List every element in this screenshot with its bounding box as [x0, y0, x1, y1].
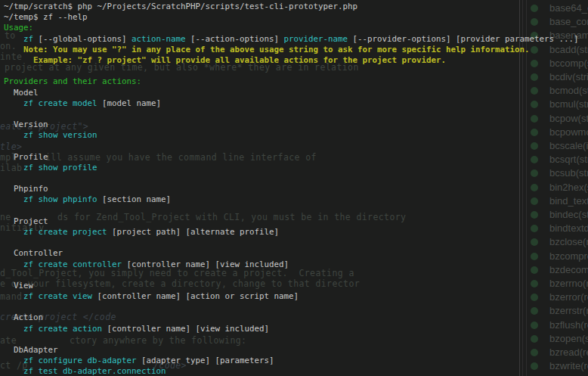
- terminal-text-segment: zf create action: [23, 324, 102, 334]
- terminal-text-segment: [adapter type] [parameters]: [137, 356, 274, 365]
- screen: toon.inteproject at any given time, but …: [0, 0, 588, 376]
- terminal-line: [0, 173, 588, 184]
- terminal-line: [0, 141, 588, 151]
- terminal-line: Action: [0, 312, 588, 323]
- terminal-line: zf create view [controller name] [action…: [0, 291, 588, 302]
- terminal-text-segment: zf show version: [23, 130, 97, 140]
- terminal-text-segment: View: [4, 281, 33, 291]
- terminal-text-segment: [4, 366, 23, 376]
- terminal-line: zf show phpinfo [section name]: [0, 194, 588, 205]
- terminal-line: Project: [0, 216, 588, 227]
- terminal-text-segment: [4, 291, 23, 301]
- terminal-text-segment: [--global-options]: [33, 34, 132, 44]
- terminal-line: Profile: [0, 152, 588, 163]
- terminal-text-segment: [controller name] [action or script name…: [92, 291, 299, 301]
- terminal-text-segment: [project path] [alternate profile]: [107, 227, 280, 237]
- terminal-text-segment: Providers and their actions:: [4, 76, 141, 86]
- terminal-text-segment: Project: [4, 216, 48, 226]
- terminal-text-segment: action-name: [132, 34, 186, 44]
- terminal-text-segment: zf create view: [23, 291, 92, 301]
- terminal-line: zf create project [project path] [altern…: [0, 227, 588, 238]
- terminal-line: Model: [0, 88, 588, 98]
- terminal-text-segment: Controller: [4, 248, 63, 258]
- terminal-text-segment: Usage:: [4, 23, 33, 33]
- terminal-text-segment: [section name]: [97, 194, 172, 204]
- terminal-line: [0, 334, 588, 345]
- terminal-text-segment: [4, 324, 23, 334]
- terminal-text-segment: zf test db-adapter.connection: [23, 366, 166, 376]
- terminal-text-segment: zf show profile: [23, 163, 97, 172]
- terminal-line: zf [--global-options] action-name [--act…: [0, 34, 588, 45]
- terminal-text-segment: Note: You may use "?" in any place of th…: [4, 45, 530, 54]
- terminal-text-segment: [4, 34, 23, 44]
- terminal-text-segment: zf create project: [23, 227, 107, 237]
- terminal-text-segment: Profile: [4, 152, 48, 162]
- terminal-line: Controller: [0, 248, 588, 259]
- terminal-text-segment: zf create controller: [23, 259, 122, 269]
- terminal-line: [0, 109, 588, 120]
- terminal-text-segment: [--provider-options] [provider parameter…: [348, 34, 579, 44]
- terminal-text-segment: [4, 259, 23, 269]
- terminal-line: zf configure db-adapter [adapter type] […: [0, 356, 588, 366]
- terminal-text-segment: provider-name: [284, 34, 348, 44]
- terminal-text-segment: Example: "zf ? project" will provide all…: [4, 55, 446, 65]
- terminal-line: [0, 270, 588, 281]
- terminal-line: ~/temp$ zf --help: [0, 12, 588, 23]
- terminal-line: zf create model [model name]: [0, 98, 588, 109]
- terminal-line: Example: "zf ? project" will provide all…: [0, 55, 588, 66]
- terminal-line: zf show version: [0, 130, 588, 141]
- terminal-text-segment: [4, 227, 23, 237]
- terminal-line: Note: You may use "?" in any place of th…: [0, 45, 588, 55]
- terminal-text-segment: [4, 130, 23, 140]
- terminal-line: [0, 238, 588, 248]
- terminal-text-segment: Action: [4, 312, 43, 322]
- terminal-text-segment: zf: [23, 34, 33, 44]
- terminal-line: zf show profile: [0, 163, 588, 173]
- terminal-line: Providers and their actions:: [0, 76, 588, 87]
- terminal-text-segment: ~/tmp/scratch$ php ~/Projects/ScratchPHP…: [4, 2, 357, 11]
- terminal-line: zf create action [controller name] [view…: [0, 324, 588, 334]
- terminal-text-segment: [4, 98, 23, 108]
- terminal-line: zf test db-adapter.connection: [0, 366, 588, 376]
- terminal-text-segment: zf show phpinfo: [23, 194, 97, 204]
- terminal-text-segment: [4, 163, 23, 172]
- terminal-line: ~/tmp/scratch$ php ~/Projects/ScratchPHP…: [0, 2, 588, 12]
- terminal-line: Usage:: [0, 23, 588, 33]
- terminal-text-segment: DbAdapter: [4, 345, 58, 355]
- terminal-line: Version: [0, 120, 588, 130]
- terminal-text-segment: [--action-options]: [186, 34, 284, 44]
- terminal-text-segment: zf configure db-adapter: [23, 356, 137, 365]
- terminal-text-segment: ~/temp$ zf --help: [4, 12, 88, 22]
- terminal-text-segment: [controller name] [view included]: [122, 259, 289, 269]
- terminal-line: [0, 302, 588, 312]
- terminal-output: ~/tmp/scratch$ php ~/Projects/ScratchPHP…: [0, 2, 588, 376]
- terminal-line: [0, 66, 588, 76]
- terminal-line: [0, 206, 588, 216]
- terminal-line: Phpinfo: [0, 184, 588, 194]
- terminal-text-segment: [4, 356, 23, 365]
- terminal-line: DbAdapter: [0, 345, 588, 356]
- terminal-text-segment: [controller name] [view included]: [102, 324, 269, 334]
- terminal-text-segment: Model: [4, 88, 39, 98]
- terminal-text-segment: Version: [4, 120, 48, 129]
- terminal-text-segment: [4, 194, 23, 204]
- terminal-text-segment: [model name]: [97, 98, 162, 108]
- terminal-line: View: [0, 281, 588, 291]
- terminal-text-segment: zf create model: [23, 98, 97, 108]
- terminal-text-segment: Phpinfo: [4, 184, 48, 194]
- terminal-line: zf create controller [controller name] […: [0, 259, 588, 270]
